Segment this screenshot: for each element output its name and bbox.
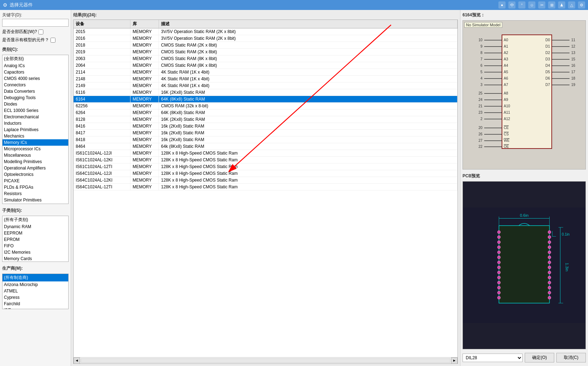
- table-row[interactable]: 2148 MEMORY 4K Static RAM (1K x 4bit): [74, 76, 458, 82]
- cell-library: MEMORY: [130, 143, 159, 150]
- tb-btn-1[interactable]: ●: [498, 1, 506, 9]
- manufacturer-item-idt[interactable]: IDT: [2, 307, 68, 309]
- horizontal-scrollbar[interactable]: [81, 359, 450, 363]
- svg-text:26: 26: [479, 132, 483, 136]
- table-row[interactable]: 2114 MEMORY 4K Static RAM (1K x 4bit): [74, 69, 458, 76]
- manufacturer-item-all-mfr[interactable]: (所有制造商): [2, 274, 68, 281]
- manufacturer-item-atmel[interactable]: ATMEL: [2, 288, 68, 294]
- category-item-all[interactable]: (全部类别): [2, 55, 68, 63]
- category-listbox[interactable]: (全部类别)Analog ICsCapacitorsCMOS 4000 seri…: [2, 55, 69, 204]
- table-row[interactable]: 2018 MEMORY CMOS Static RAM (2K x 8bit): [74, 42, 458, 49]
- match-all-checkbox[interactable]: [38, 29, 43, 34]
- subcategory-item-all-sub[interactable]: (所有子类别): [2, 216, 68, 224]
- category-item-memory-ics[interactable]: Memory ICs: [2, 139, 68, 146]
- subcategory-item-dynamic-ram[interactable]: Dynamic RAM: [2, 224, 68, 230]
- table-row[interactable]: 2063 MEMORY CMOS Static RAM (8K x 8bit): [74, 55, 458, 62]
- category-item-mechanics[interactable]: Mechanics: [2, 133, 68, 139]
- table-row[interactable]: 8128 MEMORY 16K (2Kx8) Static RAM: [74, 116, 458, 123]
- category-item-laplace[interactable]: Laplace Primitives: [2, 127, 68, 133]
- manufacturer-item-arizona[interactable]: Arizona Microchip: [2, 281, 68, 288]
- category-item-resistors[interactable]: Resistors: [2, 190, 68, 197]
- category-item-data-converters[interactable]: Data Converters: [2, 88, 68, 95]
- table-row[interactable]: IS64C1024AL-12JI MEMORY 128K x 8 High-Sp…: [74, 170, 458, 177]
- tb-btn-9[interactable]: ⚙: [578, 1, 585, 9]
- table-row[interactable]: 6116 MEMORY 16K (2Kx8) Static RAM: [74, 89, 458, 96]
- category-item-analog-ics[interactable]: Analog ICs: [2, 63, 68, 69]
- category-item-speakers[interactable]: Speakers & Sounders: [2, 203, 68, 204]
- category-item-connectors[interactable]: Connectors: [2, 82, 68, 88]
- manufacturer-listbox[interactable]: (所有制造商)Arizona MicrochipATMELCypressFair…: [2, 274, 69, 309]
- ok-button[interactable]: 确定(O): [525, 353, 554, 362]
- table-row[interactable]: IS64C1024AL-12KI MEMORY 128K x 8 High-Sp…: [74, 177, 458, 184]
- svg-point-111: [548, 271, 551, 274]
- table-row[interactable]: 2064 MEMORY CMOS Static RAM (8K x 8bit): [74, 62, 458, 69]
- table-row[interactable]: 2015 MEMORY 3V/5V Operation Static RAM (…: [74, 28, 458, 35]
- show-model-checkbox[interactable]: [50, 38, 55, 43]
- results-table[interactable]: 设备 库 描述 2015 MEMORY 3V/5V Operation Stat…: [73, 20, 458, 364]
- category-item-plds-fpgas[interactable]: PLDs & FPGAs: [2, 184, 68, 190]
- manufacturer-item-fairchild[interactable]: Fairchild: [2, 301, 68, 307]
- category-item-miscellaneous[interactable]: Miscellaneous: [2, 152, 68, 158]
- subcategory-item-fifo[interactable]: FIFO: [2, 243, 68, 249]
- table-row[interactable]: IS61C1024AL-12TI MEMORY 128K x 8 High-Sp…: [74, 163, 458, 170]
- category-item-optoelectronics[interactable]: Optoelectronics: [2, 171, 68, 178]
- results-label: 结果(B)(24):: [73, 12, 458, 18]
- table-row[interactable]: 6164 MEMORY 64K (8Kx8) Static RAM: [74, 96, 458, 103]
- table-row[interactable]: 2149 MEMORY 4K Static RAM (1K x 4bit): [74, 82, 458, 89]
- category-item-debugging[interactable]: Debugging Tools: [2, 95, 68, 101]
- tb-btn-4[interactable]: ☺: [528, 1, 535, 9]
- category-item-opamps[interactable]: Operational Amplifiers: [2, 165, 68, 171]
- category-item-cmos4000[interactable]: CMOS 4000 series: [2, 75, 68, 82]
- category-item-electromechanical[interactable]: Electromechanical: [2, 114, 68, 120]
- table-row[interactable]: 6264 MEMORY 64K (8Kx8) Static RAM: [74, 109, 458, 116]
- category-item-diodes[interactable]: Diodes: [2, 101, 68, 107]
- package-select[interactable]: DIL28: [463, 354, 523, 362]
- svg-point-108: [548, 256, 551, 259]
- svg-point-100: [497, 286, 500, 289]
- scroll-left-btn[interactable]: ◀: [74, 357, 80, 364]
- cancel-button[interactable]: 取消(C): [556, 353, 586, 362]
- svg-text:A6: A6: [504, 76, 508, 80]
- svg-text:12: 12: [571, 44, 576, 48]
- tb-btn-6[interactable]: ⊞: [548, 1, 555, 9]
- pcb-canvas: 0.6in 1.3in 0.1in: [463, 181, 586, 349]
- subcategory-item-eeprom2[interactable]: EEPROM: [2, 230, 68, 236]
- tb-btn-2[interactable]: 中: [508, 1, 515, 9]
- category-item-modelling[interactable]: Modelling Primitives: [2, 158, 68, 165]
- svg-point-91: [497, 241, 500, 244]
- scroll-right-btn[interactable]: ▶: [451, 357, 458, 364]
- tb-btn-7[interactable]: ♟: [558, 1, 565, 9]
- svg-text:A10: A10: [504, 104, 510, 108]
- table-row[interactable]: IS64C1024AL-12TI MEMORY 128K x 8 High-Sp…: [74, 184, 458, 190]
- manufacturer-item-cypress[interactable]: Cypress: [2, 294, 68, 301]
- table-row[interactable]: 2016 MEMORY 3V/5V Operation Static RAM (…: [74, 35, 458, 42]
- subcategory-listbox[interactable]: (所有子类别)Dynamic RAMEEPROMEPROMFIFOI2C Mem…: [2, 216, 69, 262]
- subcategory-item-eprom[interactable]: EPROM: [2, 236, 68, 243]
- subcategory-item-i2c-memories[interactable]: I2C Memories: [2, 249, 68, 255]
- svg-text:A3: A3: [504, 57, 508, 61]
- chip-schematic-svg: 10 A0 9 A1 8 A2 7 A3 6: [474, 31, 580, 152]
- cell-library: MEMORY: [130, 28, 159, 35]
- cell-desc: CMOS Static RAM (8K x 8bit): [159, 62, 458, 69]
- table-row[interactable]: IS61C1024AL-12JI MEMORY 128K x 8 High-Sp…: [74, 150, 458, 157]
- table-row[interactable]: 2019 MEMORY CMOS Static RAM (2K x 8bit): [74, 49, 458, 55]
- table-row[interactable]: 8418 MEMORY 16k (2Kx8) Static RAM: [74, 136, 458, 143]
- category-item-picaxe[interactable]: PICAXE: [2, 178, 68, 184]
- table-row[interactable]: 8417 MEMORY 16k (2Kx8) Static RAM: [74, 130, 458, 136]
- tb-btn-3[interactable]: °: [518, 1, 525, 9]
- category-item-inductors[interactable]: Inductors: [2, 120, 68, 127]
- cell-device: 2019: [74, 49, 130, 55]
- table-row[interactable]: 8416 MEMORY 16k (2Kx8) Static RAM: [74, 123, 458, 130]
- table-row[interactable]: IS61C1024AL-12KI MEMORY 128K x 8 High-Sp…: [74, 157, 458, 163]
- subcategory-item-memory-cards[interactable]: Memory Cards: [2, 255, 68, 262]
- tb-btn-5[interactable]: ✂: [538, 1, 545, 9]
- category-item-simulator-primitives[interactable]: Simulator Primitives: [2, 197, 68, 203]
- tb-btn-8[interactable]: △: [568, 1, 575, 9]
- cell-device: 8416: [74, 123, 130, 129]
- table-row[interactable]: 62256 MEMORY CMOS RAM (32k x 8-bit): [74, 103, 458, 109]
- category-item-microprocessor-ics[interactable]: Microprocessor ICs: [2, 146, 68, 152]
- table-row[interactable]: 8464 MEMORY 64k (8Kx8) Static RAM: [74, 143, 458, 150]
- keyword-input[interactable]: [2, 19, 69, 27]
- category-item-capacitors[interactable]: Capacitors: [2, 69, 68, 75]
- category-item-ecl10000[interactable]: ECL 10000 Series: [2, 107, 68, 114]
